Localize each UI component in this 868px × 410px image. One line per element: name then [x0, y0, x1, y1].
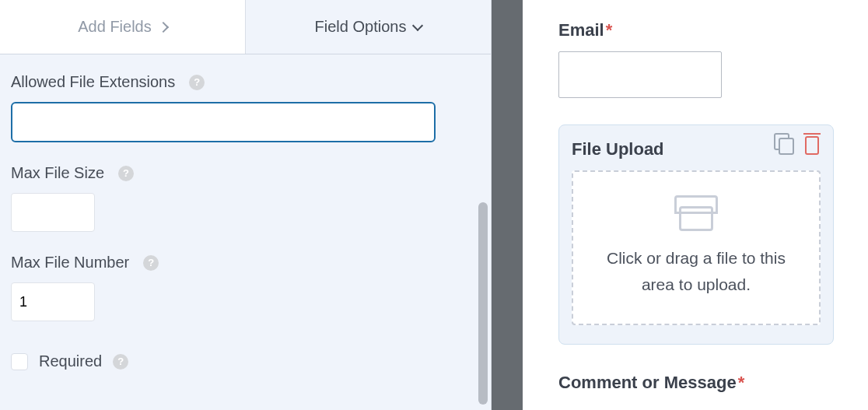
file-dropzone[interactable]: Click or drag a file to this area to upl…	[572, 170, 821, 325]
help-icon[interactable]: ?	[189, 75, 205, 90]
panel-gutter	[492, 0, 523, 410]
tab-field-options[interactable]: Field Options	[246, 0, 491, 54]
panel-body: Allowed File Extensions ? Max File Size …	[0, 54, 491, 370]
max-file-number-row: Max File Number ?	[11, 254, 480, 321]
comment-label-text: Comment or Message	[558, 373, 737, 392]
allowed-extensions-input[interactable]	[11, 102, 436, 142]
help-icon[interactable]: ?	[118, 166, 134, 181]
allowed-extensions-row: Allowed File Extensions ?	[11, 73, 480, 142]
tab-field-options-label: Field Options	[315, 18, 407, 36]
allowed-extensions-label: Allowed File Extensions	[11, 73, 175, 91]
required-asterisk: *	[606, 20, 613, 40]
required-row: Required ?	[11, 352, 480, 370]
email-input-preview[interactable]	[558, 51, 722, 98]
max-file-number-label: Max File Number	[11, 254, 129, 272]
help-icon[interactable]: ?	[143, 255, 159, 271]
field-options-panel: Add Fields Field Options Allowed File Ex…	[0, 0, 492, 410]
max-file-size-input[interactable]	[11, 193, 95, 232]
comment-field-label: Comment or Message*	[558, 373, 849, 393]
field-toolbar	[774, 131, 822, 155]
file-upload-field[interactable]: File Upload Click or drag a file to this…	[558, 124, 834, 345]
panel-tabs: Add Fields Field Options	[0, 0, 491, 54]
tab-add-fields-label: Add Fields	[78, 18, 152, 36]
email-field-label: Email*	[558, 20, 849, 40]
dropzone-text: Click or drag a file to this area to upl…	[589, 245, 803, 297]
max-file-size-row: Max File Size ?	[11, 164, 480, 232]
max-file-size-label: Max File Size	[11, 164, 104, 182]
tab-add-fields[interactable]: Add Fields	[0, 0, 246, 54]
inbox-icon	[674, 195, 718, 231]
max-file-number-input[interactable]	[11, 282, 95, 321]
chevron-right-icon	[158, 21, 169, 32]
form-preview: Email* File Upload Click or drag a file …	[523, 0, 868, 410]
required-checkbox[interactable]	[11, 353, 28, 370]
help-icon[interactable]: ?	[113, 354, 128, 370]
required-label: Required	[39, 352, 102, 370]
required-asterisk: *	[738, 373, 745, 392]
trash-icon[interactable]	[802, 131, 822, 155]
email-label-text: Email	[558, 20, 604, 40]
duplicate-icon[interactable]	[774, 133, 794, 153]
chevron-down-icon	[412, 19, 423, 30]
scrollbar-thumb[interactable]	[478, 202, 488, 405]
